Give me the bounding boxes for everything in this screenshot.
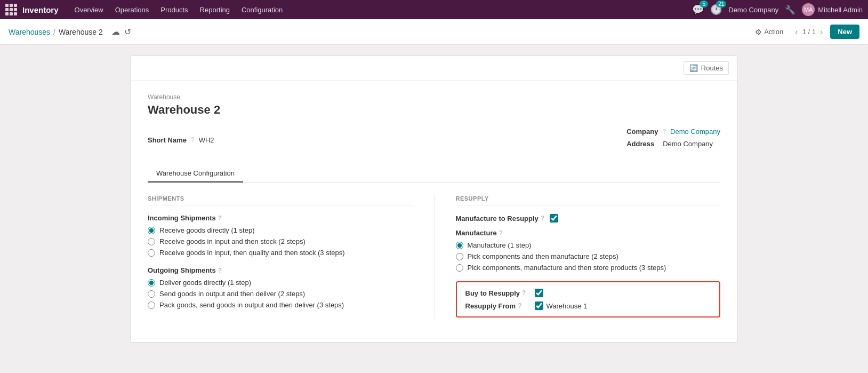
apps-menu-icon[interactable]: [5, 4, 17, 15]
incoming-shipments-group: Incoming Shipments ? Receive goods direc…: [148, 214, 413, 257]
form-body: Warehouse Warehouse 2 Short Name ? WH2 C…: [131, 81, 737, 342]
outgoing-radio-2[interactable]: [148, 290, 155, 298]
settings-icon[interactable]: 🔧: [785, 5, 795, 15]
company-label: Company: [626, 128, 658, 136]
breadcrumb-parent[interactable]: Warehouses: [9, 28, 50, 36]
mfg-option-3[interactable]: Pick components, manufacture and then st…: [456, 264, 721, 272]
outgoing-help-icon[interactable]: ?: [218, 267, 222, 274]
manufacture-group: Manufacture ? Manufacture (1 step) Pick …: [456, 229, 721, 272]
short-name-label: Short Name: [148, 136, 187, 144]
right-fields: Company ? Demo Company Address Demo Comp…: [626, 128, 720, 152]
toolbar-right: ⚙ Action ‹ 1 / 1 › New: [751, 25, 859, 39]
buy-to-resupply-checkbox[interactable]: [535, 289, 543, 297]
company-field: Company ? Demo Company: [626, 128, 720, 136]
nav-products[interactable]: Products: [155, 4, 193, 16]
gear-icon: ⚙: [755, 28, 762, 36]
outgoing-option-3[interactable]: Pack goods, send goods in output and the…: [148, 301, 413, 309]
breadcrumb-separator: /: [53, 28, 55, 36]
app-name[interactable]: Inventory: [22, 5, 59, 14]
nav-right: 💬 5 🕐 21 Demo Company 🔧 MA Mitchell Admi…: [692, 3, 863, 16]
pager-count: 1 / 1: [802, 28, 816, 36]
pager-prev[interactable]: ‹: [793, 26, 800, 38]
outgoing-label-2: Send goods in output and then deliver (2…: [159, 290, 305, 298]
routes-icon: 🔄: [689, 64, 698, 72]
incoming-option-1[interactable]: Receive goods directly (1 step): [148, 226, 413, 234]
mfg-radio-3[interactable]: [456, 264, 463, 272]
company-help-icon[interactable]: ?: [662, 128, 666, 136]
discard-icon[interactable]: ↺: [124, 27, 131, 37]
column-divider: [434, 195, 435, 319]
form-fields-row: Short Name ? WH2 Company ? Demo Company …: [148, 128, 720, 152]
outgoing-shipments-label: Outgoing Shipments ?: [148, 266, 413, 274]
incoming-help-icon[interactable]: ?: [218, 215, 222, 222]
mfg-radio-1[interactable]: [456, 242, 463, 249]
outgoing-radio-3[interactable]: [148, 301, 155, 309]
resupply-from-checkbox-1[interactable]: [535, 301, 543, 310]
pager: ‹ 1 / 1 ›: [793, 26, 825, 38]
manufacture-to-resupply-row: Manufacture to Resupply ?: [456, 214, 721, 223]
mfg-radio-2[interactable]: [456, 253, 463, 260]
resupply-from-value-1: Warehouse 1: [546, 302, 588, 310]
resupply-column: RESUPPLY Manufacture to Resupply ? Manuf…: [456, 195, 721, 319]
main-content: 🔄 Routes Warehouse Warehouse 2 Short Nam…: [0, 45, 868, 373]
resupply-from-option-1[interactable]: Warehouse 1: [535, 301, 588, 310]
shipments-heading: SHIPMENTS: [148, 195, 413, 205]
form-section-label: Warehouse: [148, 93, 720, 101]
breadcrumb: Warehouses / Warehouse 2 ☁ ↺: [9, 27, 751, 37]
nav-configuration[interactable]: Configuration: [236, 4, 288, 16]
tab-warehouse-config[interactable]: Warehouse Configuration: [148, 165, 243, 182]
buy-resupply-help-icon[interactable]: ?: [522, 289, 526, 297]
action-label: Action: [764, 28, 783, 36]
manufacture-label: Manufacture ?: [456, 229, 721, 237]
mfg-option-2[interactable]: Pick components and then manufacture (2 …: [456, 252, 721, 260]
outgoing-option-2[interactable]: Send goods in output and then deliver (2…: [148, 290, 413, 298]
mfg-option-1[interactable]: Manufacture (1 step): [456, 241, 721, 249]
tabs: Warehouse Configuration: [148, 165, 720, 182]
resupply-from-row: Resupply From ? Warehouse 1: [465, 301, 711, 310]
outgoing-option-1[interactable]: Deliver goods directly (1 step): [148, 279, 413, 287]
messages-icon[interactable]: 💬 5: [692, 4, 704, 15]
action-button[interactable]: ⚙ Action: [751, 26, 787, 38]
cloud-save-icon[interactable]: ☁: [111, 27, 120, 37]
routes-button[interactable]: 🔄 Routes: [684, 61, 729, 75]
nav-reporting[interactable]: Reporting: [195, 4, 235, 16]
nav-overview[interactable]: Overview: [69, 4, 109, 16]
manufacture-to-resupply-checkbox[interactable]: [550, 214, 558, 223]
highlight-box: Buy to Resupply ? Resupply From ?: [456, 281, 721, 318]
manufacture-to-resupply-label: Manufacture to Resupply ?: [456, 215, 545, 223]
incoming-radio-2[interactable]: [148, 238, 155, 245]
incoming-radio-3[interactable]: [148, 249, 155, 257]
incoming-option-3[interactable]: Receive goods in input, then quality and…: [148, 249, 413, 257]
outgoing-label-1: Deliver goods directly (1 step): [159, 279, 251, 287]
incoming-label-3: Receive goods in input, then quality and…: [159, 249, 345, 257]
company-name[interactable]: Demo Company: [728, 6, 778, 14]
mfg-resupply-help-icon[interactable]: ?: [541, 215, 544, 222]
pager-next[interactable]: ›: [818, 26, 825, 38]
form-title: Warehouse 2: [148, 103, 720, 117]
incoming-radio-1[interactable]: [148, 227, 155, 234]
breadcrumb-bar: Warehouses / Warehouse 2 ☁ ↺ ⚙ Action ‹ …: [0, 19, 868, 45]
outgoing-label-3: Pack goods, send goods in output and the…: [159, 301, 344, 309]
company-value[interactable]: Demo Company: [670, 128, 720, 136]
config-content: SHIPMENTS Incoming Shipments ? Receive g…: [148, 195, 720, 329]
activity-icon[interactable]: 🕐 21: [710, 4, 722, 15]
short-name-field: Short Name ? WH2: [148, 128, 214, 152]
messages-badge: 5: [700, 1, 708, 7]
resupply-from-help-icon[interactable]: ?: [518, 302, 521, 309]
form-card: 🔄 Routes Warehouse Warehouse 2 Short Nam…: [130, 55, 738, 343]
buy-to-resupply-label: Buy to Resupply ?: [465, 289, 529, 297]
nav-operations[interactable]: Operations: [110, 4, 155, 16]
manufacture-help-icon[interactable]: ?: [499, 229, 503, 237]
incoming-label-2: Receive goods in input and then stock (2…: [159, 237, 306, 245]
new-button[interactable]: New: [830, 25, 859, 39]
outgoing-radio-1[interactable]: [148, 279, 155, 287]
short-name-help-icon[interactable]: ?: [191, 136, 195, 144]
top-navigation: Inventory Overview Operations Products R…: [0, 0, 868, 19]
address-value: Demo Company: [663, 140, 713, 148]
breadcrumb-icons: ☁ ↺: [111, 27, 131, 37]
user-menu[interactable]: MA Mitchell Admin: [802, 3, 863, 16]
buy-to-resupply-row: Buy to Resupply ?: [465, 289, 711, 297]
incoming-option-2[interactable]: Receive goods in input and then stock (2…: [148, 237, 413, 245]
user-name: Mitchell Admin: [818, 6, 863, 14]
avatar: MA: [802, 3, 815, 16]
